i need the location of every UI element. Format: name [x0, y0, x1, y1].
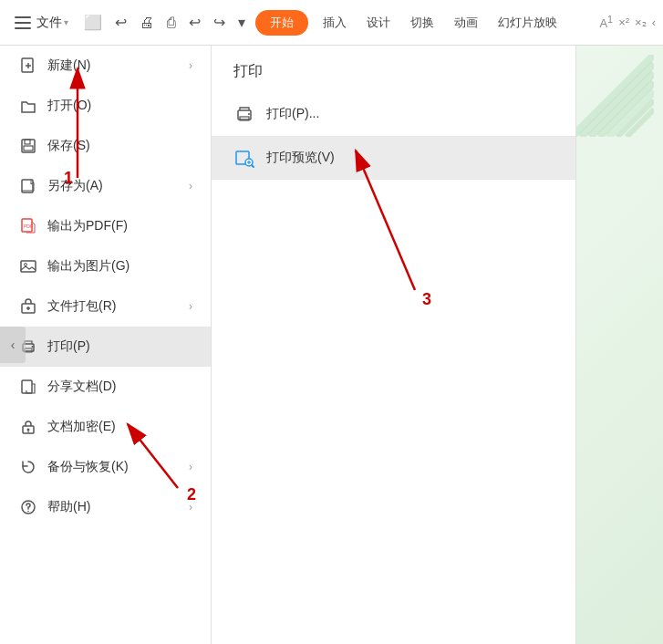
svg-point-22	[27, 511, 29, 513]
image-icon	[18, 256, 38, 276]
tab-slideshow[interactable]: 幻灯片放映	[489, 9, 566, 36]
file-menu-button[interactable]: 文件 ▾	[7, 11, 76, 35]
sidebar-item-encrypt[interactable]: 文档加密(E)	[0, 407, 211, 447]
sidebar-item-backup-label: 备份与恢复(K)	[47, 459, 189, 475]
open-icon	[18, 96, 38, 116]
sidebar-item-new[interactable]: 新建(N) ›	[0, 46, 211, 86]
preview-icon	[233, 147, 255, 169]
dropdown-arrow-icon: ▾	[64, 17, 68, 27]
toolbar: 文件 ▾ ⬜ ↩ 🖨 ⎙ ↩ ↪ ▾ 开始 插入 设计 切换 动画 幻灯片放映 …	[0, 0, 663, 46]
sidebar-item-pdf[interactable]: PDF 输出为PDF(F)	[0, 206, 211, 246]
tab-animate[interactable]: 动画	[445, 9, 487, 36]
saveas-arrow-icon: ›	[189, 180, 192, 192]
start-tab[interactable]: 开始	[255, 10, 308, 36]
print-panel: 打印 打印(P)...	[212, 46, 576, 644]
sidebar-item-pdf-label: 输出为PDF(F)	[47, 218, 192, 234]
svg-point-25	[248, 113, 250, 115]
sidebar-item-help[interactable]: 帮助(H) ›	[0, 487, 211, 527]
print-direct-item[interactable]: 打印(P)...	[212, 92, 575, 136]
sidebar-item-new-label: 新建(N)	[47, 57, 189, 74]
save-quick-icon[interactable]: ⬜	[79, 12, 107, 34]
package-arrow-icon: ›	[189, 300, 192, 313]
sidebar-collapse-btn[interactable]: ‹	[0, 327, 26, 363]
sidebar-item-help-label: 帮助(H)	[47, 499, 189, 515]
package-icon	[18, 296, 38, 317]
sidebar-item-image[interactable]: 输出为图片(G)	[0, 246, 211, 286]
preview-quick-icon[interactable]: ⎙	[162, 12, 181, 34]
pdf-icon: PDF	[18, 216, 38, 236]
share-icon	[18, 377, 38, 397]
backup-icon	[18, 457, 38, 477]
print-direct-label: 打印(P)...	[266, 106, 554, 122]
undo2-icon[interactable]: ↩	[184, 12, 205, 34]
print-preview-label: 打印预览(V)	[266, 150, 554, 166]
sidebar-item-print[interactable]: 打印(P)	[0, 327, 211, 367]
toolbar-tabs: 插入 设计 切换 动画 幻灯片放映	[314, 9, 566, 36]
sidebar-item-saveas-label: 另存为(A)	[47, 178, 189, 194]
svg-point-19	[27, 429, 30, 431]
redo-icon[interactable]: ↪	[209, 12, 230, 34]
main-layout: 新建(N) › 打开(O) 保存(S)	[0, 46, 663, 644]
slide-decoration	[572, 55, 654, 137]
sidebar-item-open-label: 打开(O)	[47, 98, 192, 114]
sidebar-item-save[interactable]: 保存(S)	[0, 126, 211, 166]
subscript-indicator: ×²	[618, 16, 629, 29]
print-quick-icon[interactable]: 🖨	[135, 12, 159, 34]
help-arrow-icon: ›	[189, 501, 192, 514]
svg-rect-9	[21, 261, 36, 272]
sidebar-item-image-label: 输出为图片(G)	[47, 258, 192, 275]
print-panel-title: 打印	[212, 46, 575, 92]
save-icon	[18, 136, 38, 156]
encrypt-icon	[18, 417, 38, 437]
svg-point-16	[32, 346, 34, 348]
backup-arrow-icon: ›	[189, 461, 192, 473]
tab-switch[interactable]: 切换	[401, 9, 443, 36]
help-icon	[18, 497, 38, 517]
sidebar-item-encrypt-label: 文档加密(E)	[47, 419, 192, 435]
font-indicator: A1	[599, 14, 613, 30]
sidebar-item-saveas[interactable]: 另存为(A) ›	[0, 166, 211, 206]
svg-point-10	[25, 264, 27, 266]
saveas-icon	[18, 176, 38, 196]
svg-line-28	[252, 165, 254, 167]
svg-rect-5	[24, 146, 33, 151]
sidebar-item-open[interactable]: 打开(O)	[0, 86, 211, 126]
sidebar-item-package[interactable]: 文件打包(R) ›	[0, 286, 211, 327]
sidebar-item-share-label: 分享文档(D)	[47, 379, 192, 395]
new-icon	[18, 56, 38, 76]
subscript2-indicator: ×₂	[635, 16, 647, 29]
undo-icon[interactable]: ↩	[110, 12, 131, 34]
svg-text:PDF: PDF	[24, 223, 33, 229]
tab-insert[interactable]: 插入	[314, 9, 356, 36]
sidebar-item-print-label: 打印(P)	[47, 338, 192, 355]
more-indicator: ‹	[652, 16, 656, 29]
sidebar: 新建(N) › 打开(O) 保存(S)	[0, 46, 212, 644]
hamburger-icon	[15, 16, 31, 29]
sidebar-item-backup[interactable]: 备份与恢复(K) ›	[0, 447, 211, 487]
file-label: 文件	[36, 15, 62, 31]
sidebar-item-save-label: 保存(S)	[47, 138, 192, 154]
new-arrow-icon: ›	[189, 59, 192, 72]
printer-icon	[233, 103, 255, 125]
print-preview-item[interactable]: 打印预览(V)	[212, 136, 575, 180]
more-icon[interactable]: ▾	[233, 12, 250, 34]
toolbar-right: A1 ×² ×₂ ‹	[599, 0, 656, 45]
tab-design[interactable]: 设计	[357, 9, 399, 36]
toolbar-nav-icons: ⬜ ↩ 🖨 ⎙ ↩ ↪ ▾	[79, 12, 250, 34]
sidebar-item-package-label: 文件打包(R)	[47, 298, 189, 315]
sidebar-item-share[interactable]: 分享文档(D)	[0, 367, 211, 407]
